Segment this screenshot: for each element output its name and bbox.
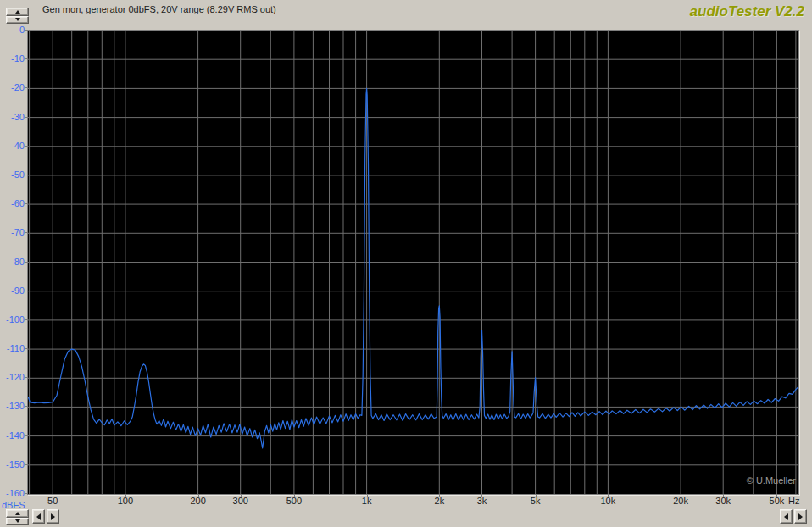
spectrum-chart	[28, 31, 798, 494]
y-scale-spinner	[6, 8, 29, 24]
db-range-spin-down-button[interactable]	[6, 518, 29, 526]
y-tick-mark	[25, 58, 28, 59]
y-tick-label: -100	[0, 314, 25, 325]
scroll-right-button[interactable]	[47, 509, 59, 524]
scroll-left-button[interactable]	[32, 509, 45, 524]
y-tick-mark	[25, 146, 28, 147]
x-tick-mark	[608, 495, 609, 497]
freq-scroll-left-button[interactable]	[780, 509, 793, 524]
y-tick-mark	[25, 30, 28, 31]
up-arrow-icon	[15, 10, 20, 14]
y-tick-mark	[25, 232, 28, 233]
left-arrow-icon	[36, 513, 41, 520]
y-tick-label: -40	[0, 141, 25, 152]
db-range-spin-up-button[interactable]	[6, 509, 29, 518]
y-tick-label: -20	[0, 82, 25, 93]
y-scale-spin-up-button[interactable]	[6, 8, 29, 16]
x-tick-mark	[241, 495, 242, 497]
y-tick-label: 0	[0, 25, 25, 36]
y-tick-mark	[25, 348, 28, 349]
y-tick-mark	[25, 262, 28, 263]
x-tick-mark	[53, 495, 53, 497]
measurement-title: Gen mon, generator 0dbFS, 20V range (8.2…	[42, 4, 276, 14]
db-range-spinner	[6, 509, 29, 525]
y-scale-spin-down-button[interactable]	[6, 16, 29, 25]
up-arrow-icon	[15, 512, 20, 515]
left-arrow-icon	[784, 513, 788, 520]
y-tick-label: -30	[0, 112, 25, 123]
x-tick-mark	[198, 495, 199, 497]
y-tick-mark	[25, 435, 28, 436]
x-tick-mark	[125, 495, 126, 497]
y-tick-mark	[25, 493, 28, 494]
x-tick-mark	[776, 495, 777, 497]
y-tick-label: -70	[0, 227, 25, 238]
freq-scroll-right-button[interactable]	[794, 509, 807, 524]
right-arrow-icon	[51, 513, 55, 520]
down-arrow-icon	[15, 18, 20, 21]
y-tick-mark	[25, 117, 28, 118]
down-arrow-icon	[15, 519, 20, 523]
y-tick-mark	[25, 203, 28, 204]
y-tick-label: -150	[0, 459, 25, 470]
y-tick-label: -50	[0, 169, 25, 180]
y-tick-label: -90	[0, 286, 25, 297]
x-tick-mark	[723, 495, 724, 497]
x-tick-mark	[536, 495, 537, 497]
y-tick-mark	[25, 464, 28, 465]
y-tick-label: -130	[0, 401, 25, 412]
y-tick-label: -110	[0, 343, 25, 354]
x-tick-mark	[294, 495, 295, 497]
y-tick-mark	[25, 87, 28, 88]
copyright-watermark: © U.Mueller	[747, 475, 796, 485]
y-tick-label: -10	[0, 53, 25, 64]
y-tick-mark	[25, 319, 28, 320]
y-tick-mark	[25, 377, 28, 378]
x-tick-mark	[481, 495, 482, 497]
y-tick-label: -140	[0, 430, 25, 441]
spectrum-plot-area: © U.Mueller	[27, 30, 799, 495]
app-logo: audioTester V2.2	[690, 3, 804, 20]
app-window: Gen mon, generator 0dbFS, 20V range (8.2…	[0, 0, 812, 527]
y-tick-label: -80	[0, 257, 25, 268]
y-tick-label: -120	[0, 372, 25, 383]
y-tick-mark	[25, 291, 28, 291]
y-tick-label: -160	[0, 488, 25, 499]
x-tick-mark	[439, 495, 440, 497]
y-tick-mark	[25, 175, 28, 175]
x-tick-mark	[367, 495, 368, 497]
right-arrow-icon	[798, 513, 803, 520]
x-axis-unit-label: Hz	[788, 496, 799, 506]
y-tick-label: -60	[0, 198, 25, 209]
y-tick-mark	[25, 406, 28, 407]
x-tick-mark	[681, 495, 681, 497]
